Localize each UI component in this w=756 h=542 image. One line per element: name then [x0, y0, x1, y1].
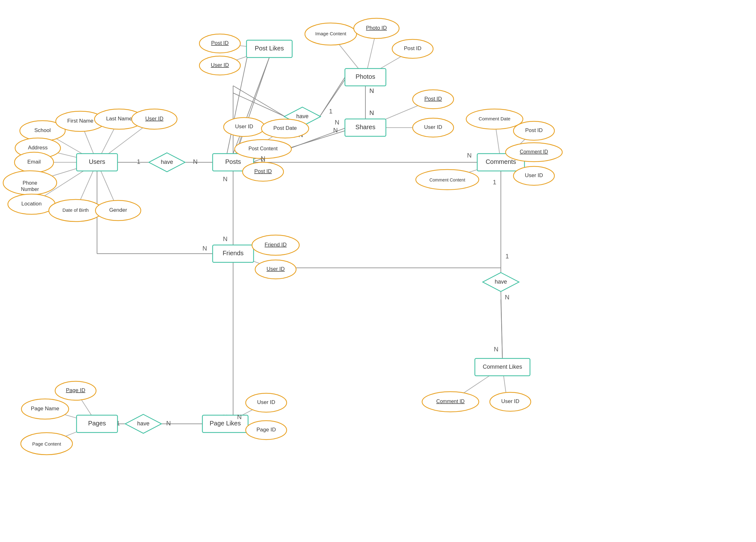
svg-text:Post Likes: Post Likes: [255, 45, 284, 52]
svg-text:Post ID: Post ID: [211, 40, 229, 46]
svg-text:Address: Address: [28, 145, 48, 151]
svg-text:Last Name: Last Name: [106, 116, 132, 122]
erd-svg: 1N1NNNNNNNNNN1N1NNPost LikesPhotosShares…: [0, 0, 756, 542]
svg-text:N: N: [166, 420, 171, 427]
svg-text:Post ID: Post ID: [404, 45, 421, 51]
svg-text:N: N: [237, 414, 242, 420]
svg-text:First Name: First Name: [67, 118, 93, 124]
svg-text:User ID: User ID: [145, 116, 163, 122]
svg-text:Phone: Phone: [23, 180, 37, 185]
svg-text:Photo ID: Photo ID: [366, 25, 387, 31]
svg-text:Friend ID: Friend ID: [265, 242, 287, 248]
svg-text:1: 1: [493, 179, 496, 185]
svg-text:Comments: Comments: [486, 158, 516, 165]
svg-text:Number: Number: [21, 186, 39, 192]
svg-text:have: have: [495, 279, 507, 285]
svg-text:Post Content: Post Content: [249, 146, 278, 151]
svg-text:have: have: [161, 159, 173, 165]
erd-diagram: 1N1NNNNNNNNNN1N1NNPost LikesPhotosShares…: [0, 0, 756, 542]
svg-text:User ID: User ID: [235, 123, 253, 129]
svg-text:Post ID: Post ID: [254, 168, 272, 174]
svg-text:Comment Date: Comment Date: [479, 116, 511, 121]
svg-text:Email: Email: [27, 159, 41, 165]
svg-text:Photos: Photos: [356, 73, 375, 80]
svg-text:Page Name: Page Name: [31, 406, 59, 412]
svg-text:Gender: Gender: [109, 207, 127, 213]
svg-text:1: 1: [329, 108, 332, 115]
svg-text:User ID: User ID: [211, 62, 229, 68]
svg-text:N: N: [494, 346, 498, 353]
svg-text:N: N: [223, 235, 227, 242]
svg-text:Page Likes: Page Likes: [210, 420, 241, 427]
svg-line-20: [501, 300, 502, 359]
svg-text:Friends: Friends: [223, 249, 244, 256]
svg-text:N: N: [261, 155, 265, 162]
svg-text:N: N: [369, 109, 374, 116]
svg-text:Date of Birth: Date of Birth: [62, 207, 89, 213]
svg-text:1: 1: [505, 253, 509, 259]
svg-text:Pages: Pages: [88, 420, 106, 427]
svg-text:Page ID: Page ID: [66, 387, 85, 393]
svg-text:Post ID: Post ID: [424, 96, 442, 102]
svg-line-34: [320, 77, 347, 117]
svg-text:N: N: [203, 245, 207, 252]
svg-text:1: 1: [137, 158, 140, 165]
svg-text:School: School: [34, 127, 51, 133]
svg-text:Page ID: Page ID: [256, 427, 276, 433]
svg-text:Comment Likes: Comment Likes: [483, 364, 522, 370]
svg-text:User ID: User ID: [424, 124, 442, 130]
svg-text:Users: Users: [89, 158, 105, 165]
svg-text:N: N: [335, 119, 339, 126]
svg-text:Comment Content: Comment Content: [429, 177, 465, 182]
svg-text:Image Content: Image Content: [315, 31, 347, 36]
svg-text:N: N: [505, 294, 509, 301]
svg-text:Shares: Shares: [355, 123, 375, 130]
svg-text:Comment ID: Comment ID: [520, 149, 548, 154]
svg-text:N: N: [193, 158, 198, 165]
svg-text:have: have: [137, 420, 149, 427]
svg-line-35: [233, 93, 285, 117]
svg-text:User ID: User ID: [501, 398, 519, 404]
svg-text:Post ID: Post ID: [525, 127, 543, 133]
svg-text:Comment ID: Comment ID: [436, 399, 465, 404]
svg-text:User ID: User ID: [257, 399, 275, 405]
svg-text:N: N: [467, 152, 472, 159]
svg-text:User ID: User ID: [266, 266, 285, 272]
svg-text:Post Date: Post Date: [273, 125, 297, 131]
svg-line-13: [233, 86, 285, 117]
svg-text:User ID: User ID: [525, 172, 543, 178]
svg-text:N: N: [369, 87, 374, 94]
svg-text:Posts: Posts: [225, 158, 241, 165]
svg-text:N: N: [223, 175, 227, 182]
svg-text:Page Content: Page Content: [32, 441, 61, 447]
svg-text:Location: Location: [21, 201, 42, 207]
svg-text:have: have: [296, 113, 308, 119]
svg-text:N: N: [333, 127, 338, 134]
